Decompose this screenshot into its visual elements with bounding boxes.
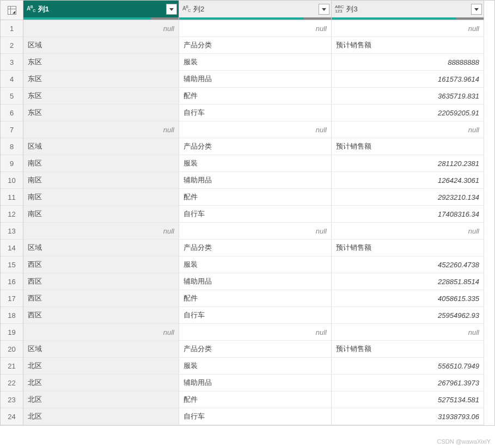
column-header-col3[interactable]: ABC123 列3	[332, 1, 484, 20]
cell[interactable]: 预计销售额	[332, 37, 484, 54]
column-filter-dropdown[interactable]	[166, 4, 177, 15]
table-row[interactable]: 7nullnullnull	[1, 121, 494, 138]
table-row[interactable]: 9南区服装281120.2381	[1, 155, 494, 172]
row-number[interactable]: 23	[1, 391, 23, 408]
table-row[interactable]: 16西区辅助用品228851.8514	[1, 273, 494, 290]
cell[interactable]: 自行车	[179, 307, 332, 324]
table-row[interactable]: 8区域产品分类预计销售额	[1, 138, 494, 155]
cell[interactable]: 预计销售额	[332, 240, 484, 256]
cell[interactable]: 区域	[23, 240, 179, 256]
cell[interactable]: 161573.9614	[332, 71, 484, 88]
cell[interactable]: 配件	[179, 189, 332, 206]
table-row[interactable]: 10南区辅助用品126424.3061	[1, 172, 494, 189]
cell[interactable]: null	[23, 20, 179, 37]
cell[interactable]: 267961.3973	[332, 375, 484, 391]
cell[interactable]: 5275134.581	[332, 391, 484, 408]
table-row[interactable]: 18西区自行车25954962.93	[1, 307, 494, 324]
cell[interactable]: 东区	[23, 71, 179, 88]
cell[interactable]: 区域	[23, 341, 179, 358]
row-number[interactable]: 6	[1, 105, 23, 121]
row-number[interactable]: 20	[1, 341, 23, 358]
cell[interactable]: null	[179, 223, 332, 240]
cell[interactable]: null	[332, 223, 484, 240]
table-row[interactable]: 17西区配件4058615.335	[1, 290, 494, 307]
cell[interactable]: null	[332, 324, 484, 341]
cell[interactable]: 区域	[23, 37, 179, 54]
cell[interactable]: 22059205.91	[332, 105, 484, 121]
cell[interactable]: null	[23, 324, 179, 341]
row-number[interactable]: 14	[1, 240, 23, 256]
table-row[interactable]: 19nullnullnull	[1, 324, 494, 341]
cell[interactable]: 西区	[23, 307, 179, 324]
table-row[interactable]: 15西区服装452260.4738	[1, 256, 494, 273]
cell[interactable]: 配件	[179, 391, 332, 408]
row-number[interactable]: 11	[1, 189, 23, 206]
cell[interactable]: 3635719.831	[332, 88, 484, 105]
table-row[interactable]: 3东区服装88888888	[1, 54, 494, 71]
table-row[interactable]: 22北区辅助用品267961.3973	[1, 375, 494, 391]
cell[interactable]: 自行车	[179, 206, 332, 223]
cell[interactable]: 辅助用品	[179, 172, 332, 189]
table-row[interactable]: 14区域产品分类预计销售额	[1, 240, 494, 256]
cell[interactable]: 88888888	[332, 54, 484, 71]
row-number[interactable]: 18	[1, 307, 23, 324]
cell[interactable]: 预计销售额	[332, 341, 484, 358]
cell[interactable]: 配件	[179, 88, 332, 105]
row-number[interactable]: 22	[1, 375, 23, 391]
cell[interactable]: 辅助用品	[179, 71, 332, 88]
cell[interactable]: 南区	[23, 189, 179, 206]
cell[interactable]: 服装	[179, 358, 332, 375]
cell[interactable]: 东区	[23, 105, 179, 121]
row-number[interactable]: 3	[1, 54, 23, 71]
cell[interactable]: 452260.4738	[332, 256, 484, 273]
cell[interactable]: 25954962.93	[332, 307, 484, 324]
cell[interactable]: 4058615.335	[332, 290, 484, 307]
cell[interactable]: 产品分类	[179, 240, 332, 256]
cell[interactable]: 区域	[23, 138, 179, 155]
cell[interactable]: null	[23, 223, 179, 240]
row-number[interactable]: 7	[1, 121, 23, 138]
cell[interactable]: 北区	[23, 375, 179, 391]
column-header-col1[interactable]: ABC 列1	[23, 1, 179, 20]
table-row[interactable]: 6东区自行车22059205.91	[1, 105, 494, 121]
table-row[interactable]: 5东区配件3635719.831	[1, 88, 494, 105]
table-row[interactable]: 24北区自行车31938793.06	[1, 408, 494, 425]
table-row[interactable]: 13nullnullnull	[1, 223, 494, 240]
row-number[interactable]: 12	[1, 206, 23, 223]
row-number[interactable]: 2	[1, 37, 23, 54]
row-number[interactable]: 15	[1, 256, 23, 273]
cell[interactable]: null	[332, 121, 484, 138]
row-number[interactable]: 4	[1, 71, 23, 88]
cell[interactable]: 556510.7949	[332, 358, 484, 375]
row-number[interactable]: 24	[1, 408, 23, 425]
cell[interactable]: 南区	[23, 172, 179, 189]
cell[interactable]: null	[179, 20, 332, 37]
cell[interactable]: 北区	[23, 358, 179, 375]
row-number[interactable]: 21	[1, 358, 23, 375]
select-all-corner[interactable]	[1, 1, 23, 20]
cell[interactable]: 南区	[23, 155, 179, 172]
row-number[interactable]: 13	[1, 223, 23, 240]
cell[interactable]: 产品分类	[179, 37, 332, 54]
column-header-col2[interactable]: ABC 列2	[179, 1, 332, 20]
cell[interactable]: 配件	[179, 290, 332, 307]
cell[interactable]: null	[179, 324, 332, 341]
row-number[interactable]: 19	[1, 324, 23, 341]
cell[interactable]: 辅助用品	[179, 375, 332, 391]
cell[interactable]: 自行车	[179, 408, 332, 425]
cell[interactable]: 西区	[23, 273, 179, 290]
cell[interactable]: 服装	[179, 256, 332, 273]
cell[interactable]: 2923210.134	[332, 189, 484, 206]
cell[interactable]: null	[179, 121, 332, 138]
cell[interactable]: 预计销售额	[332, 138, 484, 155]
cell[interactable]: 东区	[23, 88, 179, 105]
cell[interactable]: null	[332, 20, 484, 37]
row-number[interactable]: 16	[1, 273, 23, 290]
cell[interactable]: 服装	[179, 54, 332, 71]
cell[interactable]: 西区	[23, 256, 179, 273]
row-number[interactable]: 9	[1, 155, 23, 172]
table-row[interactable]: 21北区服装556510.7949	[1, 358, 494, 375]
table-row[interactable]: 12南区自行车17408316.34	[1, 206, 494, 223]
cell[interactable]: 228851.8514	[332, 273, 484, 290]
cell[interactable]: 北区	[23, 391, 179, 408]
